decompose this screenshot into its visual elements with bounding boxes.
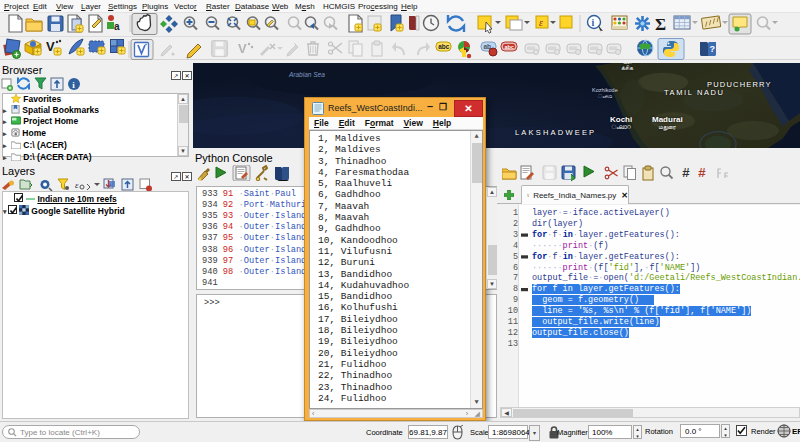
svg-text:ε: ε — [75, 180, 79, 190]
svg-text:V: V — [238, 41, 247, 56]
svg-text:Σ: Σ — [655, 15, 666, 34]
svg-text:i: i — [592, 17, 595, 28]
svg-text:#: # — [698, 166, 706, 181]
svg-text:#: # — [682, 166, 690, 181]
svg-text:a: a — [114, 21, 120, 32]
svg-text:?: ? — [710, 44, 716, 54]
svg-text:abc: abc — [504, 44, 513, 50]
svg-text:ε: ε — [539, 17, 543, 28]
svg-text:abc: abc — [438, 43, 450, 50]
